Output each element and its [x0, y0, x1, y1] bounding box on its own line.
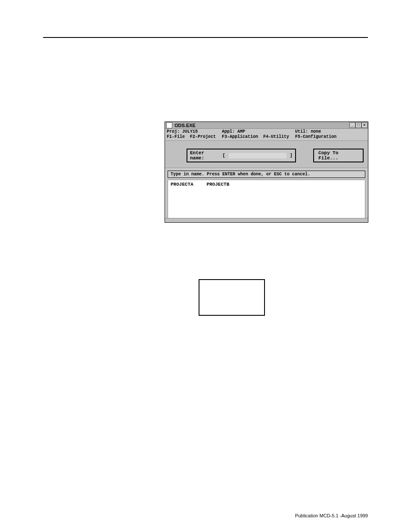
- empty-box: [199, 279, 265, 316]
- menu-application[interactable]: F3-Application: [222, 134, 258, 139]
- bracket-left: [: [222, 153, 225, 158]
- close-button[interactable]: ×: [361, 122, 367, 128]
- enter-name-label: Enter name:: [190, 150, 219, 161]
- header-rule: [43, 37, 368, 38]
- system-menu-icon[interactable]: [166, 122, 172, 128]
- status-appl: Appl: AMP F3-Application F4-Utility: [222, 129, 289, 140]
- menu-configuration[interactable]: F5-Configuration: [295, 134, 336, 139]
- project-list: PROJECTA PROJECTB: [168, 180, 365, 223]
- status-bar: [165, 218, 368, 222]
- list-item[interactable]: PROJECTA: [171, 182, 193, 187]
- name-input[interactable]: [229, 153, 286, 159]
- menu-utility[interactable]: F4-Utility: [263, 134, 289, 139]
- hint-text: Type in name. Press ENTER when done, or …: [168, 171, 365, 178]
- app-window: ODS.EXE _ □ × Proj: JULY15 F1-File F2-Pr…: [165, 121, 368, 223]
- window-title: ODS.EXE: [174, 123, 349, 128]
- window-buttons: _ □ ×: [349, 122, 367, 128]
- menu-file[interactable]: F1-File: [167, 134, 185, 139]
- status-util: Util: none F5-Configuration: [295, 129, 336, 140]
- page-footer: Publication MCD-5.1 -August 1999: [295, 513, 368, 518]
- input-row: Enter name: [] Copy To File...: [165, 140, 368, 168]
- bracket-right: ]: [290, 153, 293, 158]
- minimize-button[interactable]: _: [349, 122, 355, 128]
- enter-name-box: Enter name: []: [187, 149, 296, 162]
- status-proj: Proj: JULY15 F1-File F2-Project: [167, 129, 216, 140]
- titlebar[interactable]: ODS.EXE _ □ ×: [165, 122, 368, 129]
- maximize-button[interactable]: □: [355, 122, 361, 128]
- menu-project[interactable]: F2-Project: [190, 134, 216, 139]
- copy-to-file-button[interactable]: Copy To File...: [313, 149, 364, 162]
- menu-bar: Proj: JULY15 F1-File F2-Project Appl: AM…: [165, 129, 368, 140]
- list-item[interactable]: PROJECTB: [206, 182, 229, 187]
